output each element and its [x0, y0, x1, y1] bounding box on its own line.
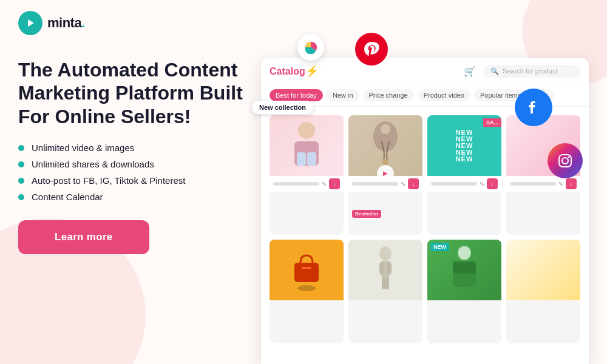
- product-card-6: [348, 240, 422, 343]
- feature-3: Auto-post to FB, IG, Tiktok & Pinterest: [32, 175, 185, 186]
- svg-point-14: [297, 285, 316, 291]
- svg-rect-13: [302, 267, 311, 269]
- list-item: Auto-post to FB, IG, Tiktok & Pinterest: [18, 175, 249, 186]
- right-panel: New collection Catalog⚡ 🛒 🔍 Search for p…: [261, 52, 589, 364]
- product-line: [431, 182, 477, 186]
- svg-rect-23: [453, 261, 476, 274]
- svg-point-3: [562, 158, 568, 164]
- product-card-5: [270, 240, 344, 343]
- svg-point-4: [568, 157, 570, 158]
- edit-icon[interactable]: ✎: [558, 181, 563, 187]
- new-collection-tag: New collection: [252, 101, 313, 114]
- svg-point-5: [298, 122, 315, 139]
- product-image-1: [270, 115, 344, 176]
- product-image-5: [270, 240, 344, 300]
- left-panel: The Automated Content Marketing Platform…: [18, 52, 249, 364]
- product-image-6: [348, 240, 422, 300]
- svg-marker-0: [28, 19, 34, 27]
- bullet-icon: [18, 178, 24, 184]
- feature-2: Unlimited shares & downloads: [32, 159, 154, 169]
- search-placeholder: Search for product: [503, 67, 558, 75]
- edit-icon[interactable]: ✎: [480, 181, 484, 187]
- app-search-bar[interactable]: 🔍 Search for product: [483, 65, 580, 78]
- headline: The Automated Content Marketing Platform…: [18, 58, 249, 128]
- logo-icon[interactable]: [18, 11, 42, 35]
- search-icon: 🔍: [490, 67, 499, 75]
- product-line: [352, 182, 398, 186]
- svg-rect-8: [307, 152, 316, 166]
- product-image-8: [506, 240, 580, 300]
- download-icon[interactable]: ↓: [566, 178, 577, 189]
- feature-1: Unlimited video & images: [32, 143, 134, 153]
- tab-price-change[interactable]: Price change: [363, 89, 414, 101]
- edit-icon[interactable]: ✎: [401, 181, 405, 187]
- svg-rect-17: [379, 263, 384, 274]
- svg-point-10: [381, 124, 390, 134]
- feature-4: Content Calendar: [32, 192, 103, 202]
- tab-best-for-today[interactable]: Best for today: [270, 89, 323, 101]
- product-grid: ✎ ↓ ▶ Bestseller: [261, 107, 589, 352]
- svg-rect-20: [385, 276, 389, 289]
- svg-point-15: [379, 246, 392, 261]
- product-line: [273, 182, 319, 186]
- svg-point-11: [382, 159, 388, 165]
- bullet-icon: [18, 161, 24, 167]
- svg-rect-18: [387, 263, 392, 274]
- product-footer-1: ✎ ↓: [270, 176, 344, 192]
- product-card-7: NEW: [427, 240, 501, 343]
- feature-list: Unlimited video & images Unlimited share…: [18, 143, 249, 202]
- product-card-2: ▶ Bestseller ✎ ↓: [348, 115, 422, 235]
- list-item: Unlimited video & images: [18, 143, 249, 153]
- tab-new-in[interactable]: New in: [327, 89, 359, 101]
- download-icon[interactable]: ↓: [487, 178, 498, 189]
- svg-rect-12: [294, 263, 319, 282]
- app-logo-text: Catalog: [270, 66, 305, 76]
- facebook-icon-float: [515, 89, 552, 126]
- download-icon[interactable]: ↓: [329, 178, 340, 189]
- svg-point-24: [458, 247, 470, 259]
- logo-text: minta.: [47, 15, 85, 31]
- sale-badge: SA...: [483, 118, 501, 127]
- edit-icon[interactable]: ✎: [322, 181, 327, 187]
- instagram-icon-float: [548, 143, 583, 178]
- list-item: Content Calendar: [18, 192, 249, 202]
- main-content: The Automated Content Marketing Platform…: [0, 46, 607, 364]
- app-header: Catalog⚡ 🛒 🔍 Search for product: [261, 58, 589, 84]
- app-logo: Catalog⚡: [270, 64, 319, 78]
- product-line: [510, 182, 556, 186]
- play-button-2[interactable]: ▶: [377, 165, 394, 182]
- svg-rect-19: [382, 276, 385, 289]
- new-badge: NEW: [430, 243, 449, 251]
- list-item: Unlimited shares & downloads: [18, 159, 249, 169]
- product-card-3: NEW NEW NEW NEW NEW ✎ ↓ SA...: [427, 115, 501, 235]
- cart-icon: 🛒: [464, 66, 476, 77]
- tab-product-video[interactable]: Product video: [418, 89, 470, 101]
- product-footer-4: ✎ ↓: [506, 176, 580, 192]
- learn-more-button[interactable]: Learn more: [18, 220, 149, 254]
- product-card-1: ✎ ↓: [270, 115, 344, 235]
- logo-name: minta: [47, 15, 81, 30]
- product-footer-3: ✎ ↓: [427, 176, 501, 192]
- product-card-8: [506, 240, 580, 343]
- download-icon[interactable]: ↓: [408, 178, 419, 189]
- logo-dot: .: [81, 15, 85, 30]
- bestseller-badge: Bestseller: [352, 210, 381, 218]
- header: minta.: [0, 0, 607, 46]
- bullet-icon: [18, 194, 24, 200]
- svg-rect-7: [297, 152, 306, 166]
- bullet-icon: [18, 145, 24, 151]
